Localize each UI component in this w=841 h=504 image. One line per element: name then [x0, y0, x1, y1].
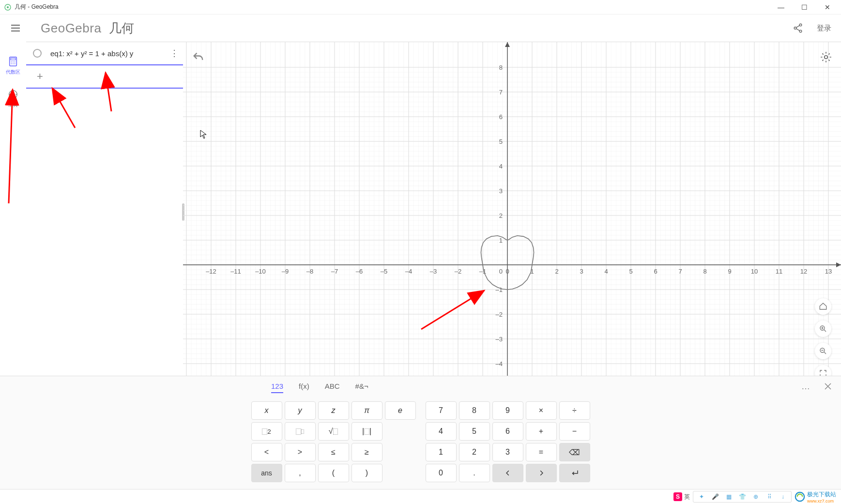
- gear-icon[interactable]: [820, 51, 832, 63]
- tray-icon[interactable]: 🎤: [711, 492, 719, 501]
- key-left[interactable]: [492, 464, 523, 482]
- key-minus[interactable]: −: [559, 422, 590, 441]
- tray-icon[interactable]: ⠿: [765, 492, 774, 501]
- key-plus[interactable]: +: [526, 422, 557, 441]
- key-lt[interactable]: <: [251, 443, 282, 461]
- keyboard-tab-123[interactable]: 123: [271, 380, 283, 393]
- key-5[interactable]: 5: [459, 422, 490, 441]
- keyboard-close-icon[interactable]: [824, 382, 832, 391]
- key-power[interactable]: [285, 422, 316, 441]
- sidebar-item-label: 代数区: [6, 69, 20, 76]
- key-y[interactable]: y: [285, 401, 316, 420]
- key-le[interactable]: ≤: [318, 443, 349, 461]
- key-lparen[interactable]: (: [318, 464, 349, 482]
- key-backspace[interactable]: ⌫: [559, 443, 590, 461]
- undo-icon[interactable]: [192, 51, 205, 64]
- svg-point-8: [13, 61, 14, 62]
- keyboard-tab-abc[interactable]: ABC: [325, 380, 340, 393]
- svg-text:1: 1: [499, 237, 503, 244]
- svg-text:–12: –12: [206, 268, 216, 275]
- add-icon[interactable]: +: [37, 70, 43, 83]
- sidebar-item-tools[interactable]: 工具: [8, 89, 18, 108]
- svg-text:5: 5: [629, 268, 632, 275]
- key-2[interactable]: 2: [459, 443, 490, 461]
- svg-rect-6: [11, 58, 15, 60]
- svg-text:–3: –3: [496, 336, 503, 343]
- keyboard-body: x y z π e 2 √ | | < > ≤ ≥ ans , (: [0, 397, 841, 489]
- key-pi[interactable]: π: [352, 401, 382, 420]
- key-enter[interactable]: [559, 464, 590, 482]
- key-e[interactable]: e: [385, 401, 416, 420]
- key-eq[interactable]: =: [526, 443, 557, 461]
- graphics-view[interactable]: –12–11–10–9–8–7–6–5–4–3–2–10123456789101…: [183, 42, 841, 401]
- key-4[interactable]: 4: [426, 422, 457, 441]
- ime-indicator[interactable]: S 英: [673, 492, 690, 501]
- row-more-icon[interactable]: ⋮: [169, 48, 179, 59]
- svg-point-2: [799, 24, 802, 26]
- svg-point-4: [799, 30, 802, 32]
- svg-point-10: [11, 63, 12, 64]
- key-div[interactable]: ÷: [559, 401, 590, 420]
- key-sqrt[interactable]: √: [318, 422, 349, 441]
- key-1[interactable]: 1: [426, 443, 457, 461]
- zoom-in-button[interactable]: [815, 321, 831, 337]
- algebra-add-row[interactable]: +: [26, 65, 183, 89]
- view-controls: [815, 298, 831, 382]
- svg-text:6: 6: [499, 113, 503, 121]
- key-z[interactable]: z: [318, 401, 349, 420]
- home-view-button[interactable]: [815, 298, 831, 315]
- svg-text:4: 4: [604, 268, 608, 275]
- key-dot[interactable]: .: [459, 464, 490, 482]
- virtual-keyboard: 123 f(x) ABC #&¬ … x y z π e 2 √ | |: [0, 376, 841, 489]
- tray-icon[interactable]: ↓: [779, 492, 787, 501]
- app-title: 几何: [109, 20, 134, 37]
- key-3[interactable]: 3: [492, 443, 523, 461]
- tray-icon[interactable]: ⊕: [751, 492, 760, 501]
- equation-text[interactable]: eq1: x² + y² = 1 + abs(x) y: [50, 49, 169, 58]
- menu-icon[interactable]: [10, 22, 21, 34]
- algebra-row[interactable]: eq1: x² + y² = 1 + abs(x) y ⋮: [26, 42, 183, 65]
- coordinate-plane[interactable]: –12–11–10–9–8–7–6–5–4–3–2–10123456789101…: [183, 42, 841, 401]
- svg-point-287: [825, 56, 828, 59]
- sidebar-item-label: 工具: [8, 102, 18, 108]
- main-area: 代数区 工具 eq1: x² + y² = 1 + abs(x) y ⋮ + –…: [0, 42, 841, 401]
- sidebar-item-algebra[interactable]: 代数区: [6, 56, 20, 76]
- key-gt[interactable]: >: [285, 443, 316, 461]
- key-rparen[interactable]: ): [352, 464, 382, 482]
- tray-icon[interactable]: ✦: [697, 492, 706, 501]
- zoom-out-button[interactable]: [815, 343, 831, 359]
- key-ge[interactable]: ≥: [352, 443, 382, 461]
- key-ans[interactable]: ans: [251, 464, 282, 482]
- key-6[interactable]: 6: [492, 422, 523, 441]
- key-7[interactable]: 7: [426, 401, 457, 420]
- keyboard-tab-sym[interactable]: #&¬: [355, 380, 368, 393]
- keyboard-more-icon[interactable]: …: [801, 382, 811, 392]
- key-x[interactable]: x: [251, 401, 282, 420]
- maximize-button[interactable]: ☐: [798, 1, 810, 13]
- share-icon[interactable]: [793, 23, 803, 33]
- key-9[interactable]: 9: [492, 401, 523, 420]
- minimize-button[interactable]: —: [775, 1, 787, 13]
- watermark: 极光下载站 www.xz7.com: [795, 490, 836, 504]
- tray-icon[interactable]: 👕: [738, 492, 747, 501]
- key-square[interactable]: 2: [251, 422, 282, 441]
- login-link[interactable]: 登录: [817, 24, 831, 33]
- key-abs[interactable]: | |: [352, 422, 382, 441]
- visibility-toggle[interactable]: [33, 49, 42, 58]
- svg-text:–4: –4: [496, 360, 503, 367]
- brand-name: GeoGebra: [41, 21, 101, 36]
- key-mul[interactable]: ×: [526, 401, 557, 420]
- key-0[interactable]: 0: [426, 464, 457, 482]
- key-right[interactable]: [526, 464, 557, 482]
- zoom-in-icon: [819, 324, 827, 333]
- tray-icon[interactable]: ▦: [724, 492, 733, 501]
- svg-text:–11: –11: [230, 268, 241, 275]
- key-8[interactable]: 8: [459, 401, 490, 420]
- close-button[interactable]: ✕: [822, 1, 833, 13]
- svg-point-9: [15, 61, 15, 62]
- keyboard-tab-fx[interactable]: f(x): [299, 380, 309, 393]
- svg-point-1: [7, 6, 9, 8]
- tools-icon: [8, 89, 18, 100]
- key-comma[interactable]: ,: [285, 464, 316, 482]
- svg-text:7: 7: [499, 89, 503, 96]
